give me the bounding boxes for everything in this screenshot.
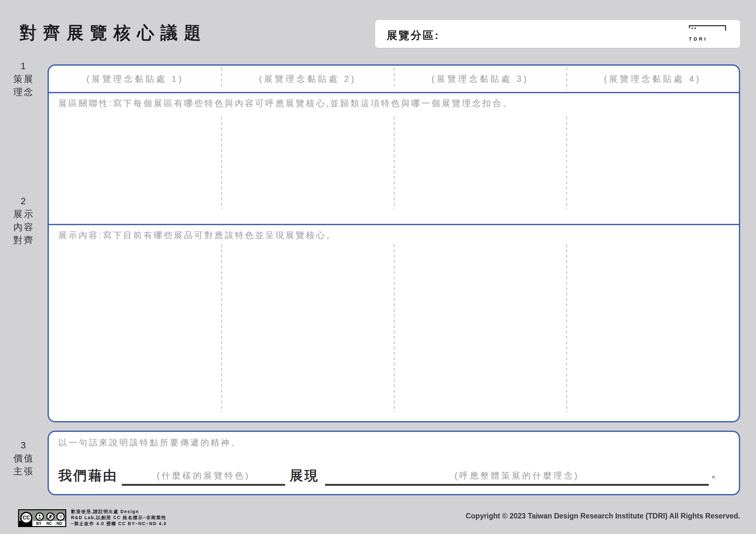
tdri-bracket-icon xyxy=(689,25,727,33)
column-divider xyxy=(566,117,567,209)
cc-nc-dollar-icon: $ xyxy=(46,513,55,521)
display-content-instruction: 展示內容:寫下目前有哪些展品可對應該特色並呈現展覽核心。 xyxy=(58,229,337,241)
cc-nd-equals-icon: = xyxy=(56,513,65,521)
concept-paste-cell-4[interactable]: (展覽理念黏貼處 4) xyxy=(566,66,739,92)
page-title: 對齊展覽核心議題 xyxy=(20,21,207,45)
concept-paste-cell-2[interactable]: (展覽理念黏貼處 2) xyxy=(221,66,394,92)
column-divider xyxy=(566,244,567,412)
tdri-logo: TDRI xyxy=(689,25,727,41)
cc-icon: CC xyxy=(20,512,32,524)
step-2-line: 展示 xyxy=(0,208,47,221)
step-2-line: 內容 xyxy=(0,221,47,234)
sentence-start: 我們藉由 xyxy=(58,467,118,486)
cc-nc-label: NC xyxy=(46,521,52,526)
step-3-line: 主張 xyxy=(0,465,47,478)
sentence-mid: 展現 xyxy=(289,467,319,486)
column-divider xyxy=(221,117,222,209)
step-3-label: 3 價值 主張 xyxy=(0,439,47,478)
column-divider xyxy=(394,67,394,90)
cc-license-badge: CC $ = BY NC ND xyxy=(18,509,66,527)
step-2-label: 2 展示 內容 對齊 xyxy=(0,195,47,247)
display-content-row[interactable]: 展示內容:寫下目前有哪些展品可對應該特色並呈現展覽核心。 xyxy=(49,225,739,420)
zone-relevance-row[interactable]: 展區關聯性:寫下每個展區有哪些特色與內容可呼應展覽核心,並歸類這項特色與哪一個展… xyxy=(49,93,739,224)
cc-by-person-icon xyxy=(36,513,44,521)
step-1-line: 理念 xyxy=(0,86,47,99)
feature-blank-field[interactable]: (什麼樣的展覽特色) xyxy=(122,466,285,486)
exhibition-zone-box: 展覽分區: TDRI xyxy=(375,20,740,48)
concept-paste-cell-1[interactable]: (展覽理念黏貼處 1) xyxy=(49,66,221,92)
column-divider xyxy=(394,244,394,412)
concept-paste-row: (展覽理念黏貼處 1) (展覽理念黏貼處 2) (展覽理念黏貼處 3) (展覽理… xyxy=(49,66,739,92)
feature-blank-hint: (什麼樣的展覽特色) xyxy=(122,470,285,481)
cc-by-label: BY xyxy=(36,521,41,526)
step-1-number: 1 xyxy=(0,60,47,73)
license-line: R&D Lab,以創用 CC 姓名標示–非商業性 xyxy=(71,515,167,521)
license-line: 歡迎使用,請註明出處 Design xyxy=(71,509,167,515)
step-3-line: 價值 xyxy=(0,452,47,465)
step-1-label: 1 策展 理念 xyxy=(0,60,47,99)
value-proposition-section: 以一句話來說明該特點所要傳遞的精神。 我們藉由 (什麼樣的展覽特色) 展現 (呼… xyxy=(47,431,740,495)
concept-paste-cell-3[interactable]: (展覽理念黏貼處 3) xyxy=(394,66,566,92)
copyright-text: Copyright © 2023 Taiwan Design Research … xyxy=(466,512,740,521)
concept-paste-label-2: (展覽理念黏貼處 2) xyxy=(259,73,357,85)
concept-paste-label-1: (展覽理念黏貼處 1) xyxy=(87,73,184,85)
alignment-grid: (展覽理念黏貼處 1) (展覽理念黏貼處 2) (展覽理念黏貼處 3) (展覽理… xyxy=(47,65,740,422)
column-divider xyxy=(566,67,567,90)
concept-blank-hint: (呼應整體策展的什麼理念) xyxy=(325,470,709,481)
exhibition-zone-input-area[interactable] xyxy=(448,24,664,44)
concept-paste-label-4: (展覽理念黏貼處 4) xyxy=(604,73,701,85)
column-divider xyxy=(394,117,394,209)
tdri-logo-text: TDRI xyxy=(689,36,727,41)
sentence-period: 。 xyxy=(711,466,722,486)
step-2-number: 2 xyxy=(0,195,47,208)
license-line: –禁止改作 4.0 授權 CC BY–NC–ND 4.0 xyxy=(71,521,167,527)
column-divider xyxy=(221,67,222,90)
step-3-number: 3 xyxy=(0,439,47,452)
zone-relevance-instruction: 展區關聯性:寫下每個展區有哪些特色與內容可呼應展覽核心,並歸類這項特色與哪一個展… xyxy=(58,98,513,109)
cc-nd-label: ND xyxy=(56,521,62,526)
worksheet-page: 對齊展覽核心議題 展覽分區: TDRI 1 策展 理念 2 展示 內容 對齊 3… xyxy=(0,0,756,534)
cc-icon-text: CC xyxy=(22,515,30,521)
concept-blank-field[interactable]: (呼應整體策展的什麼理念) xyxy=(325,466,709,486)
concept-paste-label-3: (展覽理念黏貼處 3) xyxy=(432,73,529,85)
step-1-line: 策展 xyxy=(0,73,47,86)
nd-equals-text: = xyxy=(59,514,62,519)
license-attribution-text: 歡迎使用,請註明出處 Design R&D Lab,以創用 CC 姓名標示–非商… xyxy=(71,509,167,527)
value-proposition-instruction: 以一句話來說明該特點所要傳遞的精神。 xyxy=(58,437,241,448)
step-2-line: 對齊 xyxy=(0,234,47,247)
value-proposition-sentence: 我們藉由 (什麼樣的展覽特色) 展現 (呼應整體策展的什麼理念) 。 xyxy=(58,466,722,486)
column-divider xyxy=(221,244,222,412)
exhibition-zone-label: 展覽分區: xyxy=(387,28,440,43)
